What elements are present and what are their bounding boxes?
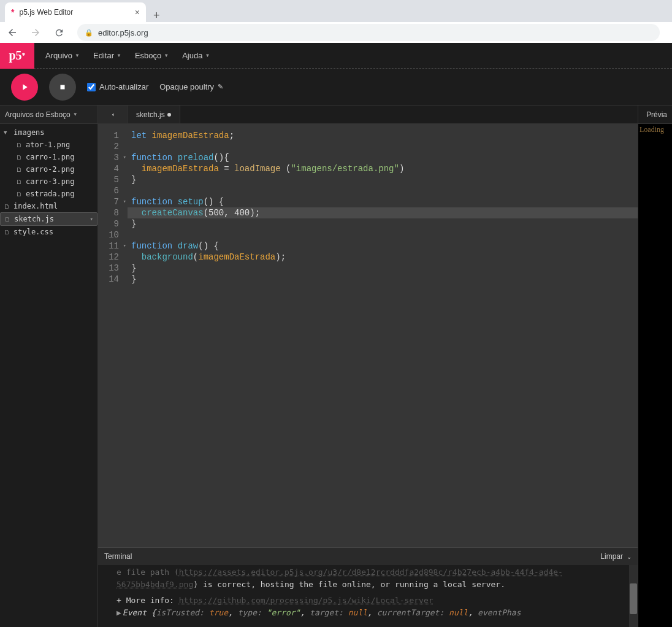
toolbar: Auto-atualizar Opaque poultry ✎ xyxy=(0,69,672,106)
menu-bar: p5* Arquivo▼Editar▼Esboço▼Ajuda▼ xyxy=(0,43,672,69)
console-output[interactable]: e file path (https://assets.editor.p5js.… xyxy=(98,565,638,627)
file-tab-sketch[interactable]: sketch.js xyxy=(128,106,180,123)
forward-button[interactable] xyxy=(28,25,43,40)
sketch-name[interactable]: Opaque poultry ✎ xyxy=(159,82,223,91)
file-index-html[interactable]: 🗋index.html xyxy=(0,200,97,212)
code-line-1[interactable]: let imagemDaEstrada; xyxy=(131,130,634,141)
code-line-5[interactable]: } xyxy=(131,174,634,185)
file-carro-3-png[interactable]: 🗋carro-3.png xyxy=(0,175,97,188)
back-button[interactable] xyxy=(5,25,20,40)
folder-arrow-icon: ▼ xyxy=(4,129,10,136)
browser-tab[interactable]: * p5.js Web Editor × xyxy=(5,2,146,22)
console-panel: Terminal Limpar ⌄ e file path (https://a… xyxy=(98,547,638,627)
file-icon: 🗋 xyxy=(16,166,22,173)
code-line-11[interactable]: function draw() { xyxy=(131,240,634,252)
menu-editar[interactable]: Editar▼ xyxy=(93,51,121,60)
close-icon[interactable]: × xyxy=(135,7,140,17)
line-gutter: 1234567891011121314 xyxy=(98,124,128,547)
code-content[interactable]: let imagemDaEstrada; function preload(){… xyxy=(128,124,638,547)
file-carro-1-png[interactable]: 🗋carro-1.png xyxy=(0,151,97,163)
chevron-down-icon: ▼ xyxy=(75,53,80,58)
edit-icon[interactable]: ✎ xyxy=(218,83,223,91)
new-tab-button[interactable]: + xyxy=(146,9,167,22)
clear-console-button[interactable]: Limpar xyxy=(600,552,623,561)
code-line-4[interactable]: imagemDaEstrada = loadImage ("imagens/es… xyxy=(131,163,634,174)
file-ator-1-png[interactable]: 🗋ator-1.png xyxy=(0,139,97,151)
url-text: editor.p5js.org xyxy=(98,28,148,37)
file-icon: 🗋 xyxy=(16,154,22,161)
auto-update-toggle[interactable]: Auto-atualizar xyxy=(87,82,148,91)
sidebar-header[interactable]: Arquivos do Esboço▼ xyxy=(0,106,97,124)
preview-column: Prévia Loading xyxy=(638,106,672,627)
expand-icon[interactable]: ▶ xyxy=(116,608,121,617)
code-line-13[interactable]: } xyxy=(131,263,634,274)
auto-update-label: Auto-atualizar xyxy=(99,82,148,91)
tab-title: p5.js Web Editor xyxy=(19,8,73,17)
file-icon: 🗋 xyxy=(4,229,10,236)
file-icon: 🗋 xyxy=(16,179,22,185)
code-line-14[interactable]: } xyxy=(131,274,634,285)
preview-header: Prévia xyxy=(638,106,672,124)
file-icon: 🗋 xyxy=(16,142,22,148)
file-estrada-png[interactable]: 🗋estrada.png xyxy=(0,188,97,200)
code-editor[interactable]: 1234567891011121314 let imagemDaEstrada;… xyxy=(98,124,638,547)
modified-indicator-icon xyxy=(167,113,171,117)
code-line-8[interactable]: createCanvas(500, 400); xyxy=(128,207,638,218)
chevron-down-icon: ▼ xyxy=(164,53,169,58)
stop-button[interactable] xyxy=(49,74,76,101)
preview-canvas: Loading xyxy=(638,124,672,627)
code-line-12[interactable]: background(imagemDaEstrada); xyxy=(131,252,634,263)
editor-column: sketch.js 1234567891011121314 let imagem… xyxy=(98,106,638,627)
file-tree: ▼imagens🗋ator-1.png🗋carro-1.png🗋carro-2.… xyxy=(0,124,97,240)
console-title: Terminal xyxy=(104,552,132,561)
folder-imagens[interactable]: ▼imagens xyxy=(0,126,97,139)
browser-tab-bar: * p5.js Web Editor × + xyxy=(0,0,672,22)
lock-icon: 🔒 xyxy=(85,29,93,37)
file-sketch-js[interactable]: 🗋sketch.js xyxy=(0,212,97,226)
reload-button[interactable] xyxy=(52,25,66,40)
code-line-2[interactable] xyxy=(131,141,634,152)
favicon-icon: * xyxy=(11,7,14,17)
play-button[interactable] xyxy=(11,74,38,101)
collapse-sidebar-button[interactable] xyxy=(98,106,128,123)
p5-logo[interactable]: p5* xyxy=(0,43,34,69)
svg-rect-0 xyxy=(61,85,65,89)
menu-ajuda[interactable]: Ajuda▼ xyxy=(182,51,210,60)
file-icon: 🗋 xyxy=(4,216,10,223)
code-line-6[interactable] xyxy=(131,185,634,196)
code-line-10[interactable] xyxy=(131,229,634,240)
chevron-down-icon[interactable]: ⌄ xyxy=(627,553,632,560)
menu-arquivo[interactable]: Arquivo▼ xyxy=(45,51,80,60)
chevron-down-icon: ▼ xyxy=(205,53,210,58)
chevron-down-icon: ▼ xyxy=(73,112,78,117)
browser-toolbar: 🔒 editor.p5js.org xyxy=(0,22,672,43)
console-header: Terminal Limpar ⌄ xyxy=(98,548,638,565)
editor-tabs: sketch.js xyxy=(98,106,638,124)
p5-editor-app: p5* Arquivo▼Editar▼Esboço▼Ajuda▼ Auto-at… xyxy=(0,43,672,627)
chevron-down-icon: ▼ xyxy=(116,53,121,58)
main-area: Arquivos do Esboço▼ ▼imagens🗋ator-1.png🗋… xyxy=(0,106,672,627)
code-line-7[interactable]: function setup() { xyxy=(131,196,634,207)
browser-chrome: * p5.js Web Editor × + 🔒 editor.p5js.org xyxy=(0,0,672,43)
auto-update-checkbox[interactable] xyxy=(87,83,96,91)
file-style-css[interactable]: 🗋style.css xyxy=(0,226,97,238)
scrollbar-thumb[interactable] xyxy=(630,583,637,614)
address-bar[interactable]: 🔒 editor.p5js.org xyxy=(77,24,660,41)
scrollbar-track[interactable] xyxy=(629,565,638,627)
code-line-3[interactable]: function preload(){ xyxy=(131,152,634,163)
code-line-9[interactable]: } xyxy=(131,218,634,229)
sidebar: Arquivos do Esboço▼ ▼imagens🗋ator-1.png🗋… xyxy=(0,106,98,627)
file-icon: 🗋 xyxy=(16,191,22,198)
file-icon: 🗋 xyxy=(4,203,10,210)
file-carro-2-png[interactable]: 🗋carro-2.png xyxy=(0,163,97,175)
menu-esboço[interactable]: Esboço▼ xyxy=(135,51,169,60)
